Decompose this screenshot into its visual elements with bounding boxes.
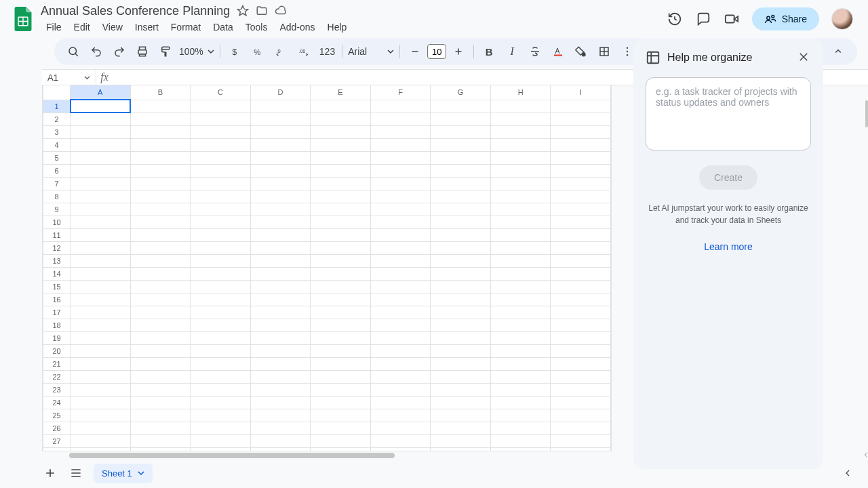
cell[interactable] xyxy=(250,344,311,357)
cell[interactable] xyxy=(130,228,191,241)
cell[interactable] xyxy=(311,306,371,319)
cell[interactable] xyxy=(130,357,191,370)
text-color-button[interactable]: A xyxy=(549,42,568,61)
cell[interactable] xyxy=(191,203,251,216)
cell[interactable] xyxy=(311,125,371,138)
cell[interactable] xyxy=(311,331,371,344)
cell[interactable] xyxy=(370,125,431,138)
row-header[interactable]: 16 xyxy=(43,293,71,306)
cell[interactable] xyxy=(311,383,371,396)
cell[interactable] xyxy=(250,396,311,409)
menu-format[interactable]: Format xyxy=(165,20,206,34)
cell[interactable] xyxy=(191,190,251,203)
cell[interactable] xyxy=(490,151,551,164)
cell[interactable] xyxy=(130,447,191,451)
comments-icon[interactable] xyxy=(695,11,711,27)
decrease-decimal-icon[interactable]: .0 xyxy=(272,42,291,61)
cell[interactable] xyxy=(311,241,371,254)
cell[interactable] xyxy=(551,344,611,357)
cell[interactable] xyxy=(191,241,251,254)
cell[interactable] xyxy=(551,216,611,228)
cell[interactable] xyxy=(431,344,491,357)
cell[interactable] xyxy=(71,280,131,293)
cell[interactable] xyxy=(551,434,611,447)
cell[interactable] xyxy=(250,125,311,138)
cell[interactable] xyxy=(551,267,611,280)
cell[interactable] xyxy=(370,383,431,396)
cell[interactable] xyxy=(431,151,491,164)
cell[interactable] xyxy=(431,409,491,422)
cell[interactable] xyxy=(431,138,491,151)
cell[interactable] xyxy=(490,447,551,451)
cell[interactable] xyxy=(250,190,311,203)
cell[interactable] xyxy=(490,434,551,447)
cell[interactable] xyxy=(431,357,491,370)
cell[interactable] xyxy=(490,254,551,267)
cell[interactable] xyxy=(370,241,431,254)
row-header[interactable]: 11 xyxy=(43,228,71,241)
cell[interactable] xyxy=(551,409,611,422)
zoom-select[interactable]: 100% xyxy=(179,46,214,57)
cell[interactable] xyxy=(370,100,431,113)
cell[interactable] xyxy=(130,434,191,447)
cell[interactable] xyxy=(130,267,191,280)
horizontal-scrollbar[interactable] xyxy=(69,453,395,458)
cell[interactable] xyxy=(490,125,551,138)
cell[interactable] xyxy=(490,216,551,228)
cell[interactable] xyxy=(551,254,611,267)
cell[interactable] xyxy=(431,216,491,228)
cell[interactable] xyxy=(191,177,251,190)
close-panel-icon[interactable] xyxy=(797,51,811,64)
increase-font-icon[interactable] xyxy=(449,42,468,61)
cell[interactable] xyxy=(431,241,491,254)
cell[interactable] xyxy=(71,306,131,319)
menu-help[interactable]: Help xyxy=(322,20,353,34)
cell[interactable] xyxy=(551,396,611,409)
cell[interactable] xyxy=(130,383,191,396)
cell[interactable] xyxy=(431,228,491,241)
cell[interactable] xyxy=(490,203,551,216)
col-header[interactable]: I xyxy=(551,85,611,100)
cell[interactable] xyxy=(490,267,551,280)
cell[interactable] xyxy=(551,383,611,396)
number-format-button[interactable]: 123 xyxy=(318,42,336,61)
cell[interactable] xyxy=(191,357,251,370)
cell[interactable] xyxy=(191,228,251,241)
cell[interactable] xyxy=(370,228,431,241)
row-header[interactable]: 23 xyxy=(43,383,71,396)
cell[interactable] xyxy=(551,370,611,383)
cell[interactable] xyxy=(551,306,611,319)
cell[interactable] xyxy=(250,357,311,370)
col-header[interactable]: A xyxy=(71,85,131,100)
row-header[interactable]: 26 xyxy=(43,422,71,434)
cell[interactable] xyxy=(311,447,371,451)
cell[interactable] xyxy=(551,151,611,164)
cell[interactable] xyxy=(250,293,311,306)
cell[interactable] xyxy=(490,164,551,177)
cell[interactable] xyxy=(490,357,551,370)
cell[interactable] xyxy=(191,293,251,306)
row-header[interactable]: 18 xyxy=(43,319,71,331)
menu-view[interactable]: View xyxy=(97,20,128,34)
cell[interactable] xyxy=(250,164,311,177)
row-header[interactable]: 21 xyxy=(43,357,71,370)
cell[interactable] xyxy=(431,319,491,331)
cell[interactable] xyxy=(130,396,191,409)
cell[interactable] xyxy=(431,370,491,383)
cell[interactable] xyxy=(370,138,431,151)
cell[interactable] xyxy=(431,434,491,447)
row-header[interactable]: 4 xyxy=(43,138,71,151)
row-header[interactable]: 2 xyxy=(43,113,71,125)
cell[interactable] xyxy=(311,357,371,370)
row-header[interactable]: 25 xyxy=(43,409,71,422)
cell[interactable] xyxy=(311,164,371,177)
cell[interactable] xyxy=(71,138,131,151)
cell[interactable] xyxy=(490,422,551,434)
cell[interactable] xyxy=(551,422,611,434)
cell[interactable] xyxy=(490,113,551,125)
cell[interactable] xyxy=(250,113,311,125)
spreadsheet-grid[interactable]: ABCDEFGHI1234567891011121314151617181920… xyxy=(42,85,612,451)
bold-button[interactable]: B xyxy=(479,42,498,61)
row-header[interactable]: 22 xyxy=(43,370,71,383)
cell[interactable] xyxy=(490,280,551,293)
